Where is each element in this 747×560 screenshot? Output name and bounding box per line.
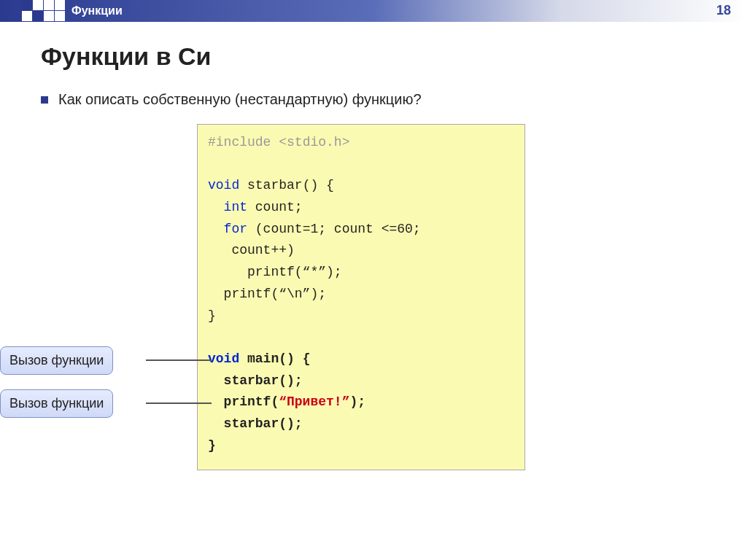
code-call-starbar2: starbar(); — [208, 416, 303, 431]
header-logo — [22, 0, 66, 22]
code-brace-close1: } — [208, 308, 216, 323]
code-area: #include <stdio.h> void starbar() { int … — [197, 124, 525, 470]
code-fn-starbar: starbar() { — [239, 178, 334, 192]
callout-function-call-1: Вызов функции — [0, 346, 113, 375]
code-for-cond: (count=1; count <=60; — [247, 222, 421, 236]
header-label: Функции — [71, 4, 123, 18]
page-number: 18 — [716, 3, 731, 18]
code-kw-int: int — [208, 200, 247, 214]
code-printf-star: printf(“*”); — [208, 265, 342, 279]
code-kw-void1: void — [208, 178, 239, 192]
code-for-inc: count++) — [208, 243, 295, 257]
code-include-kw: #include — [208, 135, 271, 149]
code-include-hdr: <stdio.h> — [271, 135, 349, 149]
bullet-text: Как описать собственную (нестандартную) … — [58, 91, 422, 108]
code-printf-open: printf( — [208, 394, 279, 409]
callout-function-call-2: Вызов функции — [0, 389, 113, 418]
code-printf-nl: printf(“\n”); — [208, 287, 326, 301]
code-call-starbar1: starbar(); — [208, 373, 303, 388]
code-printf-close: ); — [349, 394, 365, 409]
bullet-item: Как описать собственную (нестандартную) … — [41, 91, 711, 108]
code-decl-count: count; — [247, 200, 303, 214]
code-string-privet: “Привет!” — [279, 394, 349, 409]
slide-title: Функции в Си — [41, 42, 711, 71]
code-fn-main: main() { — [239, 351, 310, 366]
slide-header: Функции 18 — [0, 0, 747, 22]
code-kw-void2: void — [208, 351, 239, 366]
slide-body: Функции в Си Как описать собственную (не… — [0, 22, 747, 470]
connector-2 — [146, 402, 212, 404]
code-box: #include <stdio.h> void starbar() { int … — [197, 124, 525, 470]
bullet-icon — [41, 96, 48, 104]
code-brace-close2: } — [208, 438, 216, 453]
code-kw-for: for — [208, 222, 247, 236]
connector-1 — [146, 359, 212, 361]
